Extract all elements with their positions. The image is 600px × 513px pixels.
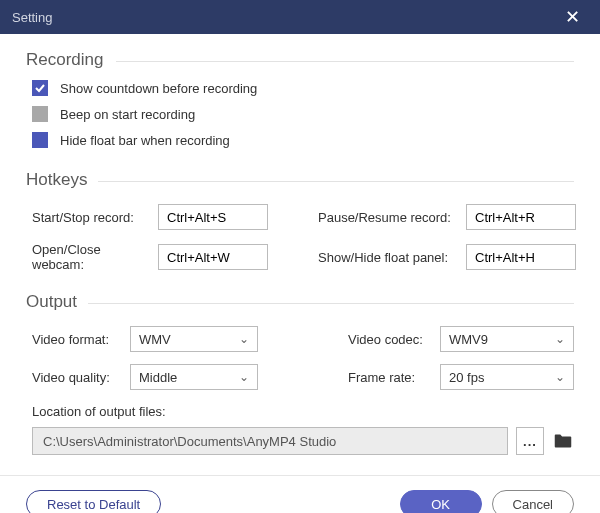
footer: Reset to Default OK Cancel (0, 475, 600, 513)
webcam-input[interactable] (158, 244, 268, 270)
video-format-value: WMV (139, 332, 171, 347)
frame-rate-value: 20 fps (449, 370, 484, 385)
checkbox-filled-icon[interactable] (32, 132, 48, 148)
opt-hidefloat-label: Hide float bar when recording (60, 133, 230, 148)
window-title: Setting (12, 10, 52, 25)
opt-beep[interactable]: Beep on start recording (32, 106, 574, 122)
start-record-label: Start/Stop record: (32, 210, 150, 225)
opt-countdown[interactable]: Show countdown before recording (32, 80, 574, 96)
close-icon[interactable]: ✕ (557, 2, 588, 32)
video-format-label: Video format: (32, 332, 122, 347)
video-codec-value: WMV9 (449, 332, 488, 347)
pause-record-input[interactable] (466, 204, 576, 230)
video-codec-select[interactable]: WMV9 ⌄ (440, 326, 574, 352)
reset-label: Reset to Default (47, 497, 140, 512)
location-label: Location of output files: (32, 404, 574, 419)
ok-button[interactable]: OK (400, 490, 482, 513)
browse-button[interactable]: ... (516, 427, 544, 455)
location-value: C:\Users\Administrator\Documents\AnyMP4 … (43, 434, 336, 449)
video-format-select[interactable]: WMV ⌄ (130, 326, 258, 352)
video-quality-value: Middle (139, 370, 177, 385)
content-area: Recording Show countdown before recordin… (0, 34, 600, 467)
video-quality-select[interactable]: Middle ⌄ (130, 364, 258, 390)
ok-label: OK (431, 497, 450, 512)
output-grid: Video format: WMV ⌄ Video codec: WMV9 ⌄ … (26, 326, 574, 402)
pause-record-label: Pause/Resume record: (318, 210, 458, 225)
frame-rate-label: Frame rate: (348, 370, 432, 385)
chevron-down-icon: ⌄ (239, 370, 249, 384)
chevron-down-icon: ⌄ (555, 370, 565, 384)
float-panel-input[interactable] (466, 244, 576, 270)
float-panel-label: Show/Hide float panel: (318, 250, 458, 265)
video-quality-label: Video quality: (32, 370, 122, 385)
location-input[interactable]: C:\Users\Administrator\Documents\AnyMP4 … (32, 427, 508, 455)
checkbox-unchecked-icon[interactable] (32, 106, 48, 122)
hotkeys-heading: Hotkeys (26, 170, 574, 190)
hotkeys-grid: Start/Stop record: Pause/Resume record: … (26, 204, 574, 284)
opt-hidefloat[interactable]: Hide float bar when recording (32, 132, 574, 148)
reset-button[interactable]: Reset to Default (26, 490, 161, 513)
webcam-label: Open/Close webcam: (32, 242, 150, 272)
chevron-down-icon: ⌄ (555, 332, 565, 346)
checkbox-checked-icon[interactable] (32, 80, 48, 96)
ellipsis-icon: ... (523, 434, 537, 449)
output-heading: Output (26, 292, 574, 312)
title-bar: Setting ✕ (0, 0, 600, 34)
video-codec-label: Video codec: (348, 332, 432, 347)
start-record-input[interactable] (158, 204, 268, 230)
frame-rate-select[interactable]: 20 fps ⌄ (440, 364, 574, 390)
opt-countdown-label: Show countdown before recording (60, 81, 257, 96)
chevron-down-icon: ⌄ (239, 332, 249, 346)
folder-icon[interactable] (552, 430, 574, 452)
recording-heading: Recording (26, 50, 574, 70)
cancel-label: Cancel (513, 497, 553, 512)
opt-beep-label: Beep on start recording (60, 107, 195, 122)
cancel-button[interactable]: Cancel (492, 490, 574, 513)
